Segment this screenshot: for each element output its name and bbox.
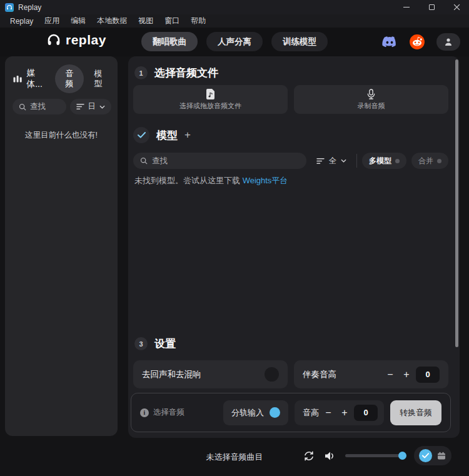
tab-train-model[interactable]: 训练模型 [271, 32, 328, 51]
tab-cover-song[interactable]: 翻唱歌曲 [141, 32, 198, 51]
app-icon [5, 3, 14, 12]
merge-label: 合并 [418, 156, 433, 166]
deecho-toggle[interactable] [265, 367, 279, 382]
menu-item-view[interactable]: 视图 [133, 16, 159, 26]
accompaniment-pitch-card: 伴奏音高 − + 0 [294, 360, 448, 388]
user-profile-button[interactable] [436, 33, 460, 51]
sidebar-toggle-model[interactable]: 模型 [84, 64, 113, 93]
scrollbar[interactable] [455, 59, 458, 347]
convert-audio-button[interactable]: 转换音频 [390, 400, 441, 425]
multi-model-label: 多模型 [369, 156, 391, 166]
maximize-icon [429, 4, 435, 10]
media-bars-icon [13, 74, 23, 84]
loop-icon[interactable] [303, 450, 315, 462]
minimize-button[interactable] [394, 0, 419, 14]
queue-icon [436, 451, 446, 461]
accompaniment-pitch-label: 伴奏音高 [303, 369, 336, 380]
pitch-decrease-button[interactable]: − [383, 367, 397, 382]
model-search-input[interactable]: 查找 [133, 153, 306, 169]
sidebar-toggle-audio[interactable]: 音频 [55, 64, 84, 93]
divider [356, 154, 357, 168]
split-input-label: 分轨输入 [231, 407, 264, 418]
step3-number: 3 [134, 337, 148, 350]
media-sidebar: 媒体... 音频 模型 查找 日 这里目前什么也没有! [5, 56, 118, 436]
status-dot [437, 159, 441, 163]
media-section-label: 媒体... [13, 68, 50, 90]
user-icon [443, 37, 453, 47]
close-button[interactable] [444, 0, 469, 14]
pitch-increase-button[interactable]: + [400, 367, 413, 382]
sidebar-sort-dropdown[interactable]: 日 [70, 99, 112, 114]
sidebar-empty-text: 这里目前什么也没有! [5, 130, 118, 141]
check-icon [138, 132, 146, 138]
main-panel: 1 选择音频文件 选择或拖放音频文件 录制音频 模型 + 查找 [128, 56, 460, 438]
deecho-setting-card: 去回声和去混响 [133, 360, 288, 388]
model-search-placeholder: 查找 [152, 156, 168, 166]
no-models-text: 未找到模型。尝试从这里下载 Weights平台 [134, 175, 288, 186]
title-bar: Replay [0, 0, 469, 14]
step1-number: 1 [134, 66, 148, 79]
status-dot [395, 159, 400, 163]
search-icon [140, 157, 148, 165]
choose-audio-file-button[interactable]: 选择或拖放音频文件 [133, 85, 288, 114]
app-header: replay 翻唱歌曲 人声分离 训练模型 [0, 28, 469, 56]
search-icon [19, 103, 26, 111]
toggle-on-indicator [270, 407, 280, 418]
audio-toggle-label: 音频 [64, 69, 75, 88]
task-status-pill[interactable] [414, 446, 451, 465]
menu-bar: Replay 应用 编辑 本地数据 视图 窗口 帮助 [0, 14, 469, 28]
minimize-icon [403, 7, 410, 8]
menu-item-app[interactable]: 应用 [39, 16, 65, 26]
step3-title: 设置 [154, 337, 176, 351]
menu-item-edit[interactable]: 编辑 [65, 16, 91, 26]
step2-check-circle [133, 127, 149, 143]
menu-item-replay[interactable]: Replay [4, 17, 39, 26]
microphone-icon [366, 89, 376, 99]
accompaniment-pitch-value[interactable]: 0 [416, 367, 440, 383]
volume-icon[interactable] [324, 450, 336, 462]
menu-item-local-data[interactable]: 本地数据 [91, 16, 133, 26]
model-filter-label: 全 [329, 156, 337, 166]
menu-item-window[interactable]: 窗口 [159, 16, 185, 26]
model-filter-dropdown[interactable]: 全 [311, 153, 352, 169]
sort-icon [316, 158, 325, 165]
maximize-button[interactable] [419, 0, 444, 14]
task-complete-icon [419, 449, 432, 462]
reddit-icon[interactable] [409, 34, 425, 50]
tab-vocal-separation[interactable]: 人声分离 [206, 32, 263, 51]
pitch-value[interactable]: 0 [354, 405, 378, 421]
pitch-control-group: 音高 − + 0 [295, 400, 384, 425]
sort-icon [76, 103, 84, 110]
close-icon [453, 4, 460, 11]
record-audio-button[interactable]: 录制音频 [294, 85, 448, 114]
model-toggle-label: 模型 [93, 69, 104, 88]
deecho-label: 去回声和去混响 [142, 369, 201, 380]
weights-link[interactable]: Weights平台 [243, 176, 288, 185]
step2-title: 模型 [156, 128, 178, 143]
sidebar-search-placeholder: 查找 [30, 101, 46, 112]
app-window: Replay Replay 应用 编辑 本地数据 视图 窗口 帮助 replay… [0, 0, 469, 476]
chevron-down-icon [99, 105, 105, 109]
no-models-message: 未找到模型。尝试从这里下载 [134, 176, 243, 185]
sidebar-sort-label: 日 [88, 101, 96, 112]
step1-title: 选择音频文件 [154, 66, 218, 80]
menu-item-help[interactable]: 帮助 [185, 16, 211, 26]
pitch-increase-button[interactable]: + [338, 405, 351, 420]
volume-slider-thumb[interactable] [398, 452, 406, 460]
chevron-down-icon [341, 159, 346, 163]
volume-slider[interactable] [345, 454, 405, 457]
merge-toggle[interactable]: 合并 [411, 153, 448, 169]
window-title: Replay [18, 3, 41, 12]
select-audio-hint: 选择音频 [153, 407, 184, 418]
add-model-button[interactable]: + [184, 129, 191, 141]
split-input-toggle[interactable]: 分轨输入 [223, 400, 288, 425]
media-label: 媒体... [26, 68, 50, 90]
multi-model-toggle[interactable]: 多模型 [362, 153, 406, 169]
sidebar-search-input[interactable]: 查找 [13, 99, 66, 114]
convert-action-bar: 选择音频 分轨输入 音高 − + 0 转换音频 [131, 393, 451, 432]
pitch-label: 音高 [303, 407, 319, 418]
info-icon [140, 408, 149, 417]
pitch-decrease-button[interactable]: − [321, 405, 335, 420]
record-audio-label: 录制音频 [358, 101, 385, 111]
discord-icon[interactable] [381, 34, 398, 50]
